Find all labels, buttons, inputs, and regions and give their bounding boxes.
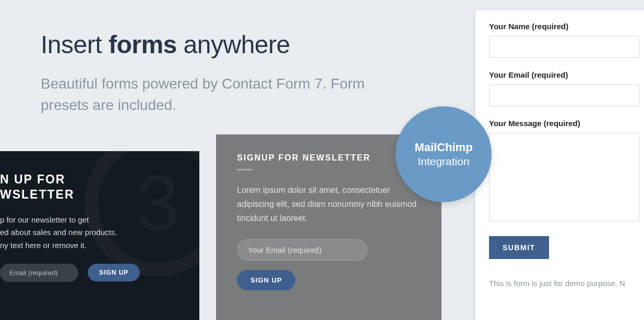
form-preset-card-white: Your Name (required) Your Email (require… (475, 10, 644, 320)
card2-description: Lorem ipsum dolor sit amet, consectetuer… (237, 183, 421, 226)
card1-signup-button[interactable]: SIGN UP (88, 264, 140, 281)
card3-submit-button[interactable]: SUBMIT (489, 236, 549, 259)
card1-email-input[interactable] (0, 264, 78, 282)
mailchimp-badge-title: MailChimp (414, 141, 472, 154)
card3-email-input[interactable] (489, 84, 639, 106)
card1-desc-line3: ny text here or remove it. (0, 241, 87, 250)
hero-heading-area: Insert forms anywhere Beautiful forms po… (41, 30, 406, 116)
hero-title-bold: forms (109, 31, 177, 58)
card2-title: SIGNUP FOR NEWSLETTER (237, 153, 421, 163)
card2-signup-button[interactable]: SIGN UP (237, 270, 295, 290)
card3-name-label: Your Name (required) (489, 22, 639, 31)
card3-message-input[interactable] (489, 133, 639, 221)
card1-title-line1: N UP FOR (0, 173, 65, 186)
card1-title: N UP FOR WSLETTER (0, 172, 178, 202)
card3-message-label: Your Message (required) (489, 119, 639, 128)
hero-title-part1: Insert (41, 31, 109, 58)
hero-title-part2: anywhere (177, 31, 290, 58)
form-preset-card-dark: 3 N UP FOR WSLETTER p for our newsletter… (0, 151, 199, 320)
card1-desc-line2: ed about sales and new products. (0, 228, 117, 237)
mailchimp-badge: MailChimp Integration (396, 106, 492, 202)
card2-email-input[interactable] (237, 239, 367, 261)
card3-demo-note: This is form is just for demo purpose. N (489, 279, 639, 288)
card1-title-line2: WSLETTER (0, 188, 75, 201)
card2-divider (237, 169, 253, 170)
mailchimp-badge-subtitle: Integration (418, 155, 469, 168)
hero-title: Insert forms anywhere (41, 30, 406, 59)
card3-email-label: Your Email (required) (489, 70, 639, 79)
card1-desc-line1: p for our newsletter to get (0, 215, 89, 224)
card1-description: p for our newsletter to get ed about sal… (0, 214, 178, 252)
card3-name-input[interactable] (489, 36, 639, 58)
hero-subtitle: Beautiful forms powered by Contact Form … (41, 73, 406, 116)
